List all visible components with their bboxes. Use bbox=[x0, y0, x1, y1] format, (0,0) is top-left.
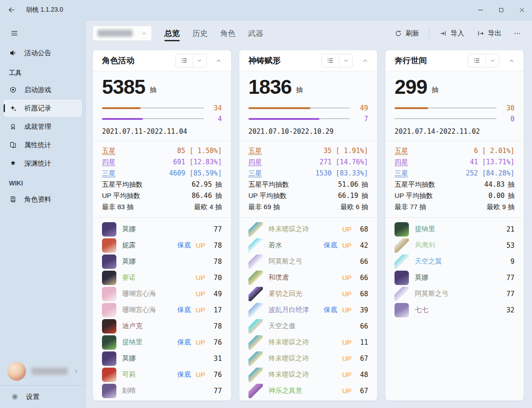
average-stat-row: UP 平均抽数86.46抽 bbox=[102, 190, 222, 202]
minimize-button[interactable] bbox=[470, 0, 491, 20]
weapon-avatar bbox=[395, 254, 409, 269]
item-name: 阿莫斯之弓 bbox=[269, 257, 302, 266]
back-button[interactable] bbox=[3, 2, 21, 18]
导出-button[interactable]: 导出 bbox=[471, 26, 507, 41]
collapse-card-button[interactable] bbox=[358, 54, 372, 67]
average-unit: 抽 bbox=[215, 180, 222, 189]
sidebar-item-活动公告[interactable]: 活动公告 bbox=[4, 44, 82, 61]
average-stat-row: UP 平均抽数66.19抽 bbox=[248, 190, 368, 202]
item-name: 神乐之真意 bbox=[269, 386, 302, 395]
item-badges-and-count: 9 bbox=[503, 258, 514, 266]
hamburger-icon bbox=[10, 29, 18, 37]
action-label: 导出 bbox=[488, 29, 501, 38]
list-item: 终末嗟叹之诗UP67 bbox=[248, 351, 368, 367]
item-badges-and-count: UP49 bbox=[196, 290, 222, 298]
rarity-label-五星[interactable]: 五星 bbox=[248, 147, 262, 155]
average-label: UP 平均抽数 bbox=[248, 192, 287, 200]
list-item: 珊瑚宫心海UP49 bbox=[102, 286, 222, 302]
tab-总览[interactable]: 总览 bbox=[160, 22, 184, 44]
rarity-label-三星[interactable]: 三星 bbox=[102, 169, 115, 178]
sidebar-item-成就管理[interactable]: 成就管理 bbox=[4, 118, 82, 135]
sidebar-item-label: 启动游戏 bbox=[24, 86, 51, 94]
settings-button[interactable]: 设置 bbox=[0, 386, 85, 408]
average-value: 0.00 bbox=[488, 192, 505, 200]
total-pulls-unit: 抽 bbox=[296, 86, 303, 98]
pity-value: 0 bbox=[501, 115, 514, 123]
weapon-avatar bbox=[248, 238, 263, 253]
tab-历史[interactable]: 历史 bbox=[188, 22, 212, 44]
pool-card-角色活动: 角色活动5385抽3442021.07.11-2022.11.04五星85 [ … bbox=[93, 50, 231, 401]
item-name: 莫娜 bbox=[122, 225, 136, 233]
rarity-label-五星[interactable]: 五星 bbox=[395, 147, 408, 155]
pity-progressbar bbox=[102, 118, 204, 120]
list-view-button[interactable] bbox=[176, 54, 193, 67]
pity-progress: 300 bbox=[395, 104, 514, 123]
item-name: 天空之翼 bbox=[415, 257, 442, 266]
tab-武器[interactable]: 武器 bbox=[244, 22, 268, 44]
card-controls bbox=[175, 54, 226, 67]
best-pull-text: 最欧 9 抽 bbox=[487, 203, 514, 211]
collapse-card-button[interactable] bbox=[212, 54, 226, 67]
list-item: 雾切之回光UP68 bbox=[248, 286, 368, 302]
list-item: 莫娜77 bbox=[102, 221, 222, 237]
item-name: 珊瑚宫心海 bbox=[122, 290, 156, 298]
list-item: 终末嗟叹之诗UP11 bbox=[248, 334, 368, 351]
five-star-item-list: 莫娜77妮露保底UP78莫娜78赛诺UP70珊瑚宫心海UP49珊瑚宫心海保底UP… bbox=[93, 217, 231, 401]
up-badge: UP bbox=[342, 338, 352, 346]
nav-toggle-button[interactable] bbox=[5, 25, 23, 41]
导入-button[interactable]: 导入 bbox=[434, 26, 470, 41]
rarity-label-四星[interactable]: 四星 bbox=[395, 158, 408, 167]
total-pulls-value: 299 bbox=[395, 76, 427, 98]
character-avatar bbox=[102, 368, 116, 382]
tab-角色[interactable]: 角色 bbox=[216, 22, 240, 44]
date-range: 2021.07.11-2022.11.04 bbox=[102, 127, 222, 136]
rarity-label-五星[interactable]: 五星 bbox=[102, 147, 115, 155]
item-name: 阿莫斯之弓 bbox=[415, 290, 448, 298]
four-star-pity-row: 4 bbox=[102, 114, 222, 123]
item-pull-count: 31 bbox=[210, 355, 222, 363]
sidebar-item-祈愿记录[interactable]: 祈愿记录 bbox=[4, 100, 82, 117]
view-mode-dropdown-button[interactable] bbox=[485, 54, 499, 67]
list-item: 莫娜77 bbox=[395, 270, 514, 286]
rarity-stat-row: 五星6 [ 2.01%] bbox=[395, 145, 514, 157]
list-view-button[interactable] bbox=[322, 54, 339, 67]
sidebar: 活动公告工具启动游戏祈愿记录成就管理属性统计深渊统计WIKI角色资料 设置 bbox=[0, 20, 85, 408]
sidebar-item-角色资料[interactable]: 角色资料 bbox=[4, 191, 82, 208]
five-star-pity-row: 34 bbox=[102, 104, 222, 113]
刷新-button[interactable]: 刷新 bbox=[389, 26, 425, 41]
rarity-label-三星[interactable]: 三星 bbox=[248, 169, 262, 178]
cards-icon bbox=[9, 141, 17, 149]
account-row[interactable] bbox=[0, 357, 85, 385]
list-view-button[interactable] bbox=[468, 54, 485, 67]
book-icon bbox=[9, 195, 17, 203]
item-pull-count: 66 bbox=[356, 258, 368, 266]
up-badge: UP bbox=[342, 241, 352, 249]
more-options-button[interactable] bbox=[509, 26, 526, 41]
rarity-label-三星[interactable]: 三星 bbox=[395, 169, 408, 178]
character-avatar bbox=[102, 271, 116, 285]
maximize-button[interactable] bbox=[491, 0, 511, 20]
sidebar-section-header: WIKI bbox=[0, 173, 85, 189]
weapon-avatar bbox=[248, 303, 263, 317]
rarity-stat-row: 三星252 [84.28%] bbox=[395, 168, 514, 179]
sidebar-item-属性统计[interactable]: 属性统计 bbox=[4, 136, 82, 154]
tab-label: 角色 bbox=[220, 28, 235, 39]
up-badge: UP bbox=[342, 290, 352, 298]
collapse-card-button[interactable] bbox=[505, 54, 518, 67]
sidebar-item-启动游戏[interactable]: 启动游戏 bbox=[4, 81, 82, 98]
guarantee-badge: 保底 bbox=[324, 241, 337, 250]
uid-selector[interactable] bbox=[93, 26, 152, 41]
rarity-label-四星[interactable]: 四星 bbox=[102, 158, 115, 167]
sidebar-item-深渊统计[interactable]: 深渊统计 bbox=[4, 155, 82, 172]
close-button[interactable] bbox=[511, 0, 532, 20]
list-item: 天空之傲66 bbox=[248, 318, 368, 334]
sidebar-item-label: 祈愿记录 bbox=[24, 104, 51, 113]
chevron-right-icon bbox=[73, 369, 79, 374]
rarity-label-四星[interactable]: 四星 bbox=[248, 158, 262, 167]
item-pull-count: 17 bbox=[210, 306, 222, 314]
target-icon bbox=[9, 86, 17, 94]
rarity-stat-row: 三星4609 [85.59%] bbox=[102, 168, 222, 179]
view-mode-dropdown-button[interactable] bbox=[339, 54, 352, 67]
view-mode-dropdown-button[interactable] bbox=[193, 54, 206, 67]
list-item: 迪卢克78 bbox=[102, 318, 222, 334]
